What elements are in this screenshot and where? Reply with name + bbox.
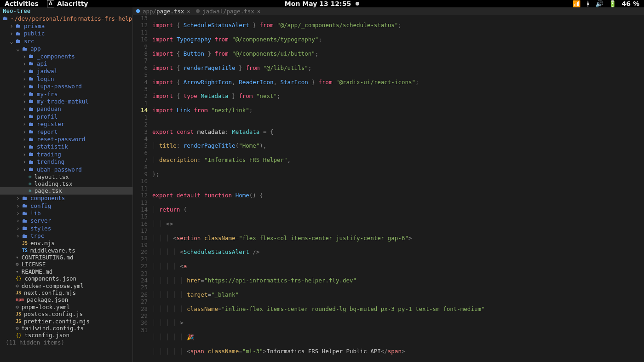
gnome-top-bar: Activities A Alacritty Mon May 13 12:55 … bbox=[0, 0, 644, 7]
code-content[interactable]: import { ScheduleStatusAlert } from "@/a… bbox=[152, 15, 644, 362]
tree-file[interactable]: JSpostcss.config.js bbox=[0, 310, 132, 317]
tree-folder[interactable]: ›profil bbox=[0, 113, 132, 120]
code-editor[interactable]: 1312111098765432114123456789101112131415… bbox=[132, 15, 644, 362]
tree-file[interactable]: ⚛layout.tsx bbox=[0, 173, 132, 180]
file-tree[interactable]: ~/dev/personal/informatics-frs-helper ›p… bbox=[0, 15, 132, 362]
tab-jadwal-page[interactable]: jadwal/page.tsx × bbox=[196, 8, 260, 15]
tree-folder[interactable]: ›panduan bbox=[0, 105, 132, 113]
battery-label: 46 % bbox=[622, 0, 639, 7]
modified-dot-icon bbox=[136, 9, 140, 13]
tree-folder[interactable]: ›trending bbox=[0, 158, 132, 166]
tree-file[interactable]: JSprettier.config.mjs bbox=[0, 318, 132, 325]
system-tray[interactable]: 📶 ᚼ 🔊 🔋 46 % bbox=[573, 0, 639, 7]
tree-folder[interactable]: ›_components bbox=[0, 52, 132, 60]
tree-folder-src[interactable]: ⌄src bbox=[0, 37, 132, 45]
tree-root[interactable]: ~/dev/personal/informatics-frs-helper bbox=[0, 15, 132, 22]
tree-file[interactable]: JSenv.mjs bbox=[0, 240, 132, 247]
tree-folder[interactable]: ›config bbox=[0, 202, 132, 209]
tree-file[interactable]: ⚛loading.tsx bbox=[0, 180, 132, 187]
tree-folder[interactable]: ›api bbox=[0, 60, 132, 67]
tree-file[interactable]: ⚙pnpm-lock.yaml bbox=[0, 304, 132, 310]
volume-icon: 🔊 bbox=[595, 0, 603, 7]
tree-folder-app[interactable]: ⌄app bbox=[0, 45, 132, 52]
tree-file[interactable]: {}components.json bbox=[0, 275, 132, 282]
tree-folder[interactable]: ›report bbox=[0, 128, 132, 135]
tree-folder[interactable]: ›server bbox=[0, 217, 132, 224]
tab-app-page[interactable]: app/page.tsx × bbox=[136, 8, 190, 15]
app-name-label: Alacritty bbox=[57, 0, 88, 7]
hidden-items-label: (11 hidden items) bbox=[0, 339, 132, 346]
alacritty-icon: A bbox=[47, 0, 54, 7]
tree-file[interactable]: JSnext.config.mjs bbox=[0, 289, 132, 296]
tree-folder[interactable]: ›my-trade-matkul bbox=[0, 98, 132, 105]
tree-folder[interactable]: ›lupa-password bbox=[0, 83, 132, 90]
clock-label: Mon May 13 12:55 bbox=[285, 0, 351, 7]
tree-file[interactable]: TSmiddleware.ts bbox=[0, 247, 132, 254]
activities-button[interactable]: Activities bbox=[5, 0, 39, 7]
tree-folder[interactable]: ›jadwal bbox=[0, 68, 132, 75]
tree-folder[interactable]: ›login bbox=[0, 75, 132, 82]
line-number-gutter: 1312111098765432114123456789101112131415… bbox=[133, 15, 152, 362]
tree-folder[interactable]: ›statistik bbox=[0, 143, 132, 150]
tree-folder[interactable]: ›components bbox=[0, 195, 132, 202]
clock-menu[interactable]: Mon May 13 12:55 bbox=[285, 0, 359, 7]
tree-folder[interactable]: ›styles bbox=[0, 224, 132, 232]
editor-window: Neo-tree app/page.tsx × jadwal/page.tsx … bbox=[0, 7, 644, 362]
tree-folder[interactable]: ›prisma bbox=[0, 22, 132, 29]
tree-folder[interactable]: ›trpc bbox=[0, 232, 132, 240]
tree-folder[interactable]: ›register bbox=[0, 121, 132, 128]
tree-folder[interactable]: ›public bbox=[0, 30, 132, 37]
tree-folder[interactable]: ›my-frs bbox=[0, 90, 132, 98]
tree-file[interactable]: ⚙LICENSE bbox=[0, 261, 132, 268]
tree-file[interactable]: ⚛page.tsx bbox=[0, 187, 132, 194]
tree-file[interactable]: {}tsconfig.json bbox=[0, 332, 132, 339]
tree-folder[interactable]: ›reset-password bbox=[0, 136, 132, 143]
wifi-icon: 📶 bbox=[573, 0, 581, 7]
tree-file[interactable]: ▾CONTRIBUTING.md bbox=[0, 254, 132, 261]
tree-file[interactable]: ⚙docker-compose.yml bbox=[0, 282, 132, 289]
modified-dot-icon bbox=[196, 9, 200, 13]
buffer-tabs: app/page.tsx × jadwal/page.tsx × bbox=[132, 7, 644, 15]
tree-file[interactable]: ▾README.md bbox=[0, 268, 132, 275]
close-icon[interactable]: × bbox=[187, 8, 190, 15]
tree-file[interactable]: ⚙tailwind.config.ts bbox=[0, 325, 132, 332]
tree-folder[interactable]: ›lib bbox=[0, 210, 132, 217]
neo-tree-title: Neo-tree bbox=[0, 7, 132, 15]
close-icon[interactable]: × bbox=[257, 8, 261, 15]
tree-folder[interactable]: ›ubah-password bbox=[0, 166, 132, 173]
app-menu[interactable]: A Alacritty bbox=[47, 0, 88, 7]
bluetooth-icon: ᚼ bbox=[586, 0, 590, 7]
tree-folder[interactable]: ›trading bbox=[0, 150, 132, 158]
tree-file[interactable]: npmpackage.json bbox=[0, 296, 132, 303]
battery-icon: 🔋 bbox=[609, 0, 616, 7]
notification-dot-icon bbox=[356, 2, 359, 6]
